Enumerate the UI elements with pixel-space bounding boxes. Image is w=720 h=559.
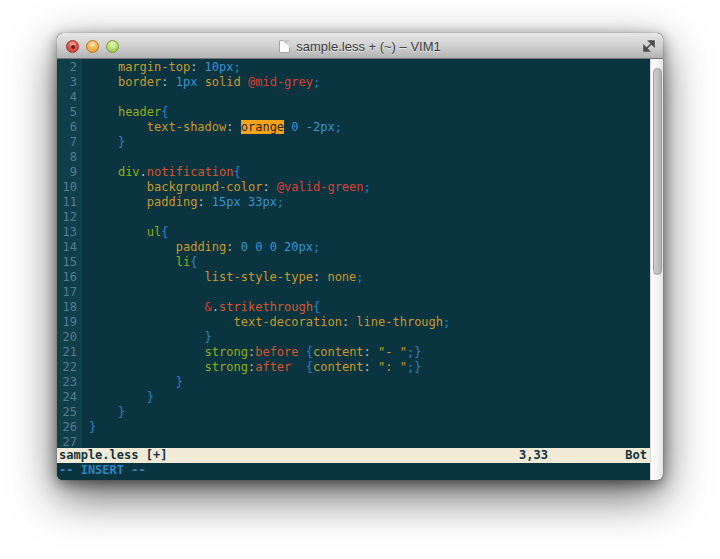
code-line[interactable]: margin-top: 10px; [89, 60, 650, 75]
line-number: 19 [57, 315, 77, 330]
code-line[interactable]: } [89, 390, 650, 405]
line-number: 18 [57, 300, 77, 315]
line-number: 13 [57, 225, 77, 240]
resize-icon[interactable] [642, 39, 656, 53]
line-number: 10 [57, 180, 77, 195]
code-line[interactable]: padding: 0 0 0 20px; [89, 240, 650, 255]
code-line[interactable] [89, 435, 650, 448]
vim-mode-line: -- INSERT -- [57, 463, 650, 480]
line-number: 9 [57, 165, 77, 180]
window-content: 2345678910111213141516171819202122232425… [57, 59, 663, 480]
code-line[interactable]: strong:before {content: "- ";} [89, 345, 650, 360]
line-number: 15 [57, 255, 77, 270]
line-number: 23 [57, 375, 77, 390]
line-number: 27 [57, 435, 77, 448]
code-line[interactable]: list-style-type: none; [89, 270, 650, 285]
code-line[interactable]: padding: 15px 33px; [89, 195, 650, 210]
code-line[interactable]: &.strikethrough{ [89, 300, 650, 315]
code-line[interactable]: strong:after {content: ": ";} [89, 360, 650, 375]
status-scroll-indicator: Bot [625, 448, 647, 463]
line-number: 22 [57, 360, 77, 375]
code-line[interactable] [89, 90, 650, 105]
line-number: 3 [57, 75, 77, 90]
line-number: 5 [57, 105, 77, 120]
line-number: 2 [57, 60, 77, 75]
scrollbar-thumb[interactable] [653, 68, 662, 275]
line-number: 16 [57, 270, 77, 285]
title-bar[interactable]: sample.less + (~) – VIM1 [57, 33, 663, 59]
line-number: 21 [57, 345, 77, 360]
code-line[interactable]: ul{ [89, 225, 650, 240]
line-number: 7 [57, 135, 77, 150]
status-filename: sample.less [+] [59, 448, 167, 463]
line-number: 14 [57, 240, 77, 255]
line-number: 12 [57, 210, 77, 225]
scrollbar-track[interactable] [650, 59, 663, 480]
document-icon [279, 40, 290, 53]
code-line[interactable]: text-decoration: line-through; [89, 315, 650, 330]
line-number-gutter: 2345678910111213141516171819202122232425… [57, 59, 82, 448]
window-title: sample.less + (~) – VIM1 [296, 39, 441, 54]
code-line[interactable]: li{ [89, 255, 650, 270]
code-line[interactable] [89, 285, 650, 300]
code-area[interactable]: 2345678910111213141516171819202122232425… [57, 59, 650, 448]
code-line[interactable] [89, 150, 650, 165]
line-number: 6 [57, 120, 77, 135]
line-number: 11 [57, 195, 77, 210]
vim-status-bar: sample.less [+] 3,33 Bot [57, 448, 650, 463]
code-line[interactable]: border: 1px solid @mid-grey; [89, 75, 650, 90]
vim-window: sample.less + (~) – VIM1 234567891011121… [57, 33, 663, 480]
window-title-area: sample.less + (~) – VIM1 [57, 33, 663, 59]
code-line[interactable]: div.notification{ [89, 165, 650, 180]
status-cursor-position: 3,33 [519, 448, 548, 463]
code-line[interactable]: header{ [89, 105, 650, 120]
code-line[interactable]: } [89, 135, 650, 150]
line-number: 4 [57, 90, 77, 105]
code-line[interactable]: background-color: @valid-green; [89, 180, 650, 195]
line-number: 26 [57, 420, 77, 435]
line-number: 25 [57, 405, 77, 420]
code-line[interactable]: } [89, 405, 650, 420]
line-number: 8 [57, 150, 77, 165]
line-number: 20 [57, 330, 77, 345]
code-line[interactable]: } [89, 330, 650, 345]
editor-column: 2345678910111213141516171819202122232425… [57, 59, 650, 480]
code-line[interactable]: } [89, 375, 650, 390]
code-line[interactable]: text-shadow: orange 0 -2px; [89, 120, 650, 135]
line-number: 24 [57, 390, 77, 405]
code-line[interactable]: } [89, 420, 650, 435]
line-number: 17 [57, 285, 77, 300]
code-lines[interactable]: margin-top: 10px; border: 1px solid @mid… [82, 59, 650, 448]
code-line[interactable] [89, 210, 650, 225]
